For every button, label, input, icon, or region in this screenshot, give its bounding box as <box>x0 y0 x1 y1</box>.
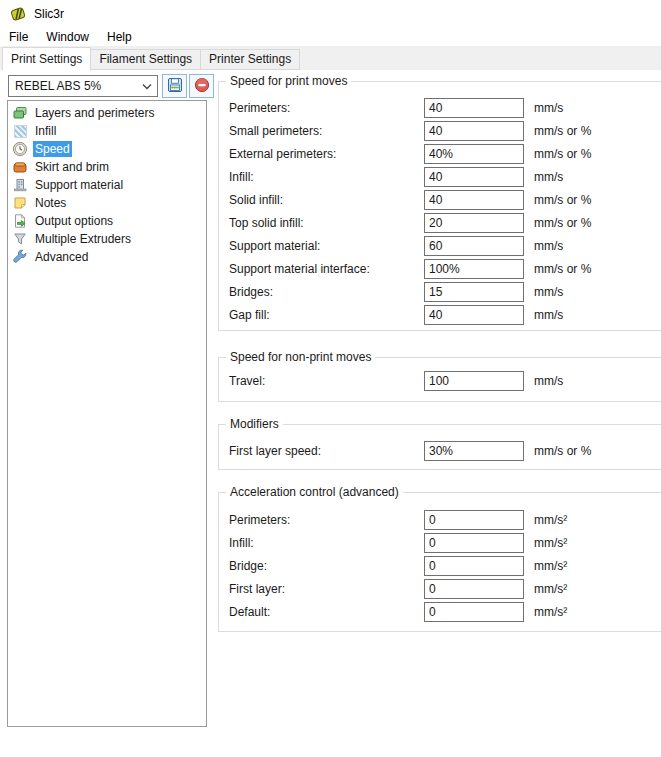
title-bar: Slic3r <box>0 0 661 28</box>
bridges-speed-input[interactable] <box>424 282 524 302</box>
setting-row-external-perimeters: External perimeters: mm/s or % <box>219 144 661 164</box>
tree-item-layers-and-perimeters[interactable]: Layers and perimeters <box>8 104 206 122</box>
setting-unit: mm/s <box>534 285 563 299</box>
tree-item-speed[interactable]: Speed <box>8 140 206 158</box>
accel-bridge-input[interactable] <box>424 556 524 576</box>
infill-speed-input[interactable] <box>424 167 524 187</box>
tree-item-label: Output options <box>33 213 115 229</box>
accel-first-layer-input[interactable] <box>424 579 524 599</box>
tree-item-support-material[interactable]: Support material <box>8 176 206 194</box>
setting-label: Infill: <box>229 170 424 184</box>
skirt-icon <box>12 159 28 175</box>
setting-row-accel-infill: Infill: mm/s² <box>219 533 661 553</box>
setting-label: First layer: <box>229 582 424 596</box>
setting-label: Bridges: <box>229 285 424 299</box>
setting-label: Default: <box>229 605 424 619</box>
setting-unit: mm/s or % <box>534 147 591 161</box>
setting-unit: mm/s or % <box>534 444 591 458</box>
group-speed-for-print-moves: Speed for print moves Perimeters: mm/s S… <box>218 81 661 331</box>
support-icon <box>12 177 28 193</box>
setting-label: Small perimeters: <box>229 124 424 138</box>
top-solid-infill-input[interactable] <box>424 213 524 233</box>
tab-filament-settings[interactable]: Filament Settings <box>90 49 201 70</box>
preset-select[interactable]: REBEL ABS 5% <box>8 75 158 97</box>
menu-file[interactable]: File <box>0 28 37 47</box>
setting-unit: mm/s² <box>534 582 567 596</box>
group-modifiers: Modifiers First layer speed: mm/s or % <box>218 424 661 470</box>
menu-help[interactable]: Help <box>98 28 141 47</box>
setting-label: Bridge: <box>229 559 424 573</box>
accel-perimeters-input[interactable] <box>424 510 524 530</box>
gap-fill-input[interactable] <box>424 305 524 325</box>
setting-label: Top solid infill: <box>229 216 424 230</box>
infill-icon <box>12 123 28 139</box>
settings-tree: Layers and perimeters Infill Speed Skirt… <box>7 100 207 727</box>
accel-infill-input[interactable] <box>424 533 524 553</box>
save-preset-button[interactable] <box>162 74 187 98</box>
setting-unit: mm/s² <box>534 513 567 527</box>
tree-item-label: Advanced <box>33 249 90 265</box>
tree-item-advanced[interactable]: Advanced <box>8 248 206 266</box>
small-perimeters-input[interactable] <box>424 121 524 141</box>
tree-item-notes[interactable]: Notes <box>8 194 206 212</box>
perimeters-speed-input[interactable] <box>424 98 524 118</box>
setting-label: Gap fill: <box>229 308 424 322</box>
tree-item-label: Speed <box>33 141 72 157</box>
save-icon <box>167 77 183 96</box>
setting-unit: mm/s² <box>534 559 567 573</box>
tree-item-infill[interactable]: Infill <box>8 122 206 140</box>
tree-item-skirt-and-brim[interactable]: Skirt and brim <box>8 158 206 176</box>
setting-row-perimeters: Perimeters: mm/s <box>219 98 661 118</box>
setting-label: First layer speed: <box>229 444 424 458</box>
group-title: Modifiers <box>226 417 283 431</box>
first-layer-speed-input[interactable] <box>424 441 524 461</box>
setting-unit: mm/s or % <box>534 262 591 276</box>
setting-label: Solid infill: <box>229 193 424 207</box>
setting-label: Infill: <box>229 536 424 550</box>
setting-row-first-layer-speed: First layer speed: mm/s or % <box>219 441 661 461</box>
setting-row-infill: Infill: mm/s <box>219 167 661 187</box>
setting-unit: mm/s² <box>534 605 567 619</box>
setting-label: Perimeters: <box>229 101 424 115</box>
tree-item-output-options[interactable]: Output options <box>8 212 206 230</box>
group-title: Acceleration control (advanced) <box>226 485 403 499</box>
tree-item-label: Multiple Extruders <box>33 231 133 247</box>
setting-unit: mm/s <box>534 101 563 115</box>
accel-default-input[interactable] <box>424 602 524 622</box>
slic3r-logo-icon <box>10 6 26 22</box>
setting-unit: mm/s <box>534 170 563 184</box>
setting-row-support-material-interface: Support material interface: mm/s or % <box>219 259 661 279</box>
group-title: Speed for print moves <box>226 74 351 88</box>
setting-row-accel-bridge: Bridge: mm/s² <box>219 556 661 576</box>
menu-window[interactable]: Window <box>37 28 98 47</box>
setting-unit: mm/s² <box>534 536 567 550</box>
settings-tab-bar: Print Settings Filament Settings Printer… <box>0 46 661 71</box>
chevron-down-icon <box>137 83 157 90</box>
output-icon <box>12 213 28 229</box>
preset-select-value: REBEL ABS 5% <box>9 79 137 93</box>
remove-icon <box>194 77 210 96</box>
tree-item-label: Support material <box>33 177 125 193</box>
tree-item-multiple-extruders[interactable]: Multiple Extruders <box>8 230 206 248</box>
solid-infill-input[interactable] <box>424 190 524 210</box>
support-material-interface-input[interactable] <box>424 259 524 279</box>
tree-item-label: Layers and perimeters <box>33 105 156 121</box>
support-material-speed-input[interactable] <box>424 236 524 256</box>
setting-unit: mm/s or % <box>534 216 591 230</box>
print-settings-page: REBEL ABS 5% Layers and perimeters Infil… <box>0 70 661 757</box>
window-title: Slic3r <box>34 7 64 21</box>
tree-item-label: Notes <box>33 195 68 211</box>
funnel-icon <box>12 231 28 247</box>
setting-label: Travel: <box>229 374 424 388</box>
setting-unit: mm/s <box>534 239 563 253</box>
setting-row-accel-first-layer: First layer: mm/s² <box>219 579 661 599</box>
tab-printer-settings[interactable]: Printer Settings <box>200 49 300 70</box>
tree-item-label: Infill <box>33 123 58 139</box>
setting-label: External perimeters: <box>229 147 424 161</box>
delete-preset-button[interactable] <box>189 74 214 98</box>
tree-item-label: Skirt and brim <box>33 159 111 175</box>
external-perimeters-input[interactable] <box>424 144 524 164</box>
layers-icon <box>12 105 28 121</box>
tab-print-settings[interactable]: Print Settings <box>2 47 91 71</box>
travel-speed-input[interactable] <box>424 371 524 391</box>
